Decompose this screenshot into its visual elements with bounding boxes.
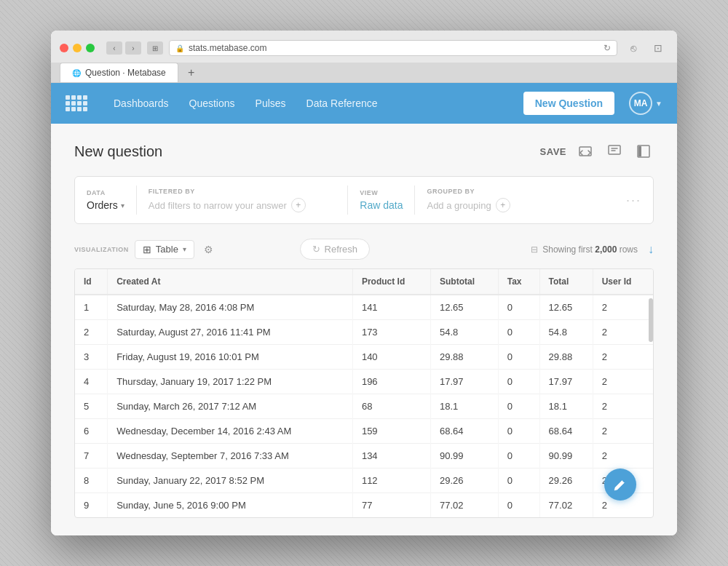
nav-dashboards[interactable]: Dashboards [105, 92, 178, 115]
refresh-icon[interactable]: ↻ [604, 43, 611, 53]
address-bar[interactable]: 🔒 stats.metabase.com ↻ [169, 40, 617, 56]
browser-tabbar: 🌐 Question · Metabase + [51, 63, 677, 82]
share-button[interactable]: ⎋ [623, 38, 644, 58]
data-section: DATA Orders ▾ [87, 189, 124, 211]
table-row: 9Sunday, June 5, 2016 9:00 PM7777.02077.… [75, 493, 653, 518]
minimize-window-button[interactable] [73, 44, 82, 52]
more-options-button[interactable]: ··· [626, 193, 641, 208]
query-builder: DATA Orders ▾ FILTERED BY Add filters to… [74, 176, 654, 224]
data-table-wrapper: Id Created At Product Id Subtotal Tax To… [74, 268, 654, 518]
cell-r5-c1: Wednesday, December 14, 2016 2:43 AM [108, 419, 353, 444]
new-tab-open-button[interactable]: + [184, 65, 199, 80]
refresh-label: Refresh [325, 244, 358, 255]
cell-r8-c4: 0 [498, 493, 539, 518]
add-filter-plus-button[interactable]: + [291, 198, 306, 212]
visualization-controls: VISUALIZATION ⊞ Table ▾ ⚙ ↻ Refresh ⊟ Sh… [74, 239, 654, 260]
app-logo[interactable] [66, 95, 87, 111]
cell-r6-c6: 2 [593, 444, 653, 469]
filter-section: FILTERED BY Add filters to narrow your a… [149, 188, 336, 212]
embed-button[interactable] [575, 141, 596, 162]
cell-r2-c1: Friday, August 19, 2016 10:01 PM [108, 345, 353, 370]
user-menu-button[interactable]: MA ▼ [629, 92, 662, 115]
qb-divider-3 [414, 186, 415, 215]
cell-r1-c5: 54.8 [539, 320, 593, 345]
svg-rect-1 [609, 146, 620, 154]
view-label: VIEW [360, 189, 403, 196]
scrollbar[interactable] [649, 298, 653, 342]
close-window-button[interactable] [60, 44, 68, 52]
cell-r1-c4: 0 [498, 320, 539, 345]
browser-window: ‹ › ⊞ 🔒 stats.metabase.com ↻ ⎋ ⊡ 🌐 Quest… [51, 31, 677, 535]
cell-r2-c5: 29.88 [539, 345, 593, 370]
cell-r5-c3: 68.64 [431, 419, 499, 444]
data-selector[interactable]: Orders ▾ [87, 199, 124, 211]
view-raw-data-selector[interactable]: Raw data [360, 199, 403, 211]
col-tax[interactable]: Tax [498, 269, 539, 295]
cell-r3-c1: Thursday, January 19, 2017 1:22 PM [108, 370, 353, 394]
data-table: Id Created At Product Id Subtotal Tax To… [75, 269, 653, 517]
col-subtotal[interactable]: Subtotal [431, 269, 499, 295]
cell-r7-c4: 0 [498, 469, 539, 493]
url-text: stats.metabase.com [189, 43, 266, 53]
table-viz-icon: ⊞ [143, 244, 151, 255]
add-filter-button[interactable]: Add filters to narrow your answer + [149, 198, 336, 212]
col-created-at[interactable]: Created At [108, 269, 353, 295]
active-tab[interactable]: 🌐 Question · Metabase [60, 63, 178, 82]
nav-pulses[interactable]: Pulses [247, 92, 295, 115]
add-grouping-button[interactable]: Add a grouping + [427, 198, 614, 212]
data-dropdown-arrow-icon: ▾ [121, 202, 124, 210]
sidebar-toggle-button[interactable]: ⊞ [147, 41, 163, 55]
maximize-window-button[interactable] [86, 44, 95, 52]
table-header-row: Id Created At Product Id Subtotal Tax To… [75, 269, 653, 295]
cell-r7-c5: 29.26 [539, 469, 593, 493]
tab-favicon: 🌐 [72, 69, 81, 77]
cell-r5-c6: 2 [593, 419, 653, 444]
cell-r1-c6: 2 [593, 320, 653, 345]
cell-r8-c2: 77 [352, 493, 430, 518]
col-product-id[interactable]: Product Id [352, 269, 430, 295]
cell-r5-c0: 6 [75, 419, 108, 444]
cell-r0-c6: 2 [593, 295, 653, 320]
cell-r8-c3: 77.02 [431, 493, 499, 518]
table-row: 4Thursday, January 19, 2017 1:22 PM19617… [75, 370, 653, 394]
cell-r1-c0: 2 [75, 320, 108, 345]
download-rows-button[interactable]: ↓ [648, 243, 654, 256]
main-content: New question SAVE [51, 124, 677, 535]
cell-r6-c5: 90.99 [539, 444, 593, 469]
cell-r4-c2: 68 [352, 394, 430, 419]
user-menu-arrow-icon: ▼ [655, 100, 662, 108]
visualization-type-selector[interactable]: ⊞ Table ▾ [135, 240, 194, 259]
browser-chrome: ‹ › ⊞ 🔒 stats.metabase.com ↻ ⎋ ⊡ 🌐 Quest… [51, 31, 677, 83]
visualization-settings-button[interactable]: ⚙ [199, 239, 219, 260]
table-container: Id Created At Product Id Subtotal Tax To… [74, 268, 654, 518]
col-id[interactable]: Id [75, 269, 108, 295]
cell-r3-c0: 4 [75, 370, 108, 394]
save-button[interactable]: SAVE [540, 146, 566, 157]
nav-questions[interactable]: Questions [181, 92, 244, 115]
traffic-lights [60, 44, 95, 52]
cell-r7-c0: 8 [75, 469, 108, 493]
forward-button[interactable]: › [125, 41, 141, 55]
header-actions: SAVE [540, 141, 654, 162]
view-section: VIEW Raw data [360, 189, 403, 211]
col-user-id[interactable]: User Id [593, 269, 653, 295]
cell-r2-c3: 29.88 [431, 345, 499, 370]
cell-r7-c3: 29.26 [431, 469, 499, 493]
new-tab-button[interactable]: ⊡ [648, 38, 668, 58]
cell-r4-c0: 5 [75, 394, 108, 419]
new-question-button[interactable]: New Question [523, 92, 614, 115]
visualization-type-label: Table [156, 244, 178, 255]
refresh-button[interactable]: ↻ Refresh [300, 239, 371, 260]
cell-r0-c3: 12.65 [431, 295, 499, 320]
add-grouping-plus-button[interactable]: + [496, 198, 510, 212]
notebook-mode-button[interactable] [604, 469, 636, 501]
col-total[interactable]: Total [539, 269, 593, 295]
qb-divider-1 [136, 186, 137, 215]
nav-data-reference[interactable]: Data Reference [298, 92, 387, 115]
download-button[interactable] [604, 141, 625, 162]
ssl-lock-icon: 🔒 [175, 44, 184, 52]
cell-r3-c3: 17.97 [431, 370, 499, 394]
back-button[interactable]: ‹ [106, 41, 122, 55]
info-button[interactable] [633, 141, 654, 162]
table-row: 3Friday, August 19, 2016 10:01 PM14029.8… [75, 345, 653, 370]
